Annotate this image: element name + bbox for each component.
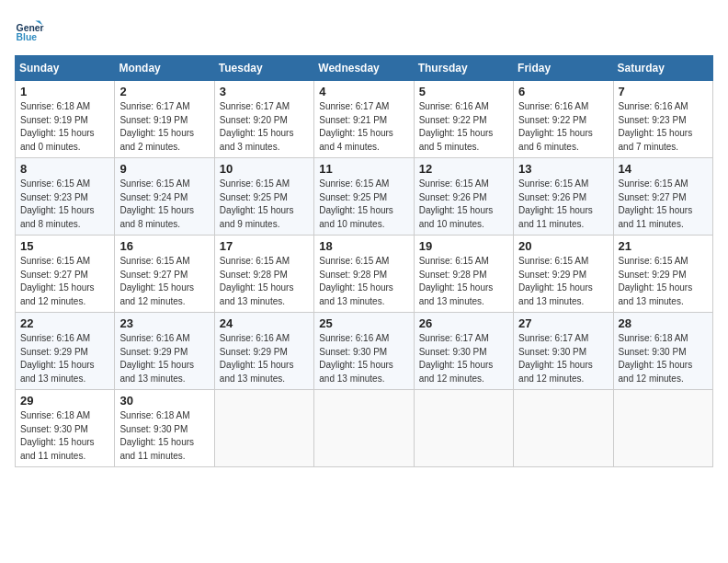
day-info: Sunrise: 6:15 AMSunset: 9:26 PMDaylight:… xyxy=(419,178,508,231)
calendar-cell: 20Sunrise: 6:15 AMSunset: 9:29 PMDayligh… xyxy=(514,236,613,313)
day-number: 30 xyxy=(119,394,209,408)
calendar-cell: 18Sunrise: 6:15 AMSunset: 9:28 PMDayligh… xyxy=(314,236,414,313)
calendar-cell: 12Sunrise: 6:15 AMSunset: 9:26 PMDayligh… xyxy=(414,158,513,236)
calendar-cell xyxy=(514,390,613,467)
logo: General Blue xyxy=(15,15,48,44)
day-number: 12 xyxy=(419,162,508,176)
day-info: Sunrise: 6:15 AMSunset: 9:24 PMDaylight:… xyxy=(119,178,209,231)
day-info: Sunrise: 6:17 AMSunset: 9:21 PMDaylight:… xyxy=(319,100,408,154)
calendar-cell: 3Sunrise: 6:17 AMSunset: 9:20 PMDaylight… xyxy=(214,81,313,158)
day-info: Sunrise: 6:16 AMSunset: 9:22 PMDaylight:… xyxy=(419,100,508,154)
day-info: Sunrise: 6:15 AMSunset: 9:27 PMDaylight:… xyxy=(619,178,708,231)
calendar-cell: 27Sunrise: 6:17 AMSunset: 9:30 PMDayligh… xyxy=(514,313,613,390)
day-info: Sunrise: 6:18 AMSunset: 9:30 PMDaylight:… xyxy=(20,409,109,463)
calendar-cell: 22Sunrise: 6:16 AMSunset: 9:29 PMDayligh… xyxy=(16,313,115,390)
day-number: 25 xyxy=(319,316,408,330)
calendar-cell: 2Sunrise: 6:17 AMSunset: 9:19 PMDaylight… xyxy=(115,81,214,158)
day-number: 16 xyxy=(119,239,209,253)
day-number: 22 xyxy=(20,316,109,330)
calendar-cell: 16Sunrise: 6:15 AMSunset: 9:27 PMDayligh… xyxy=(115,236,214,313)
day-number: 27 xyxy=(518,316,608,330)
calendar-cell: 21Sunrise: 6:15 AMSunset: 9:29 PMDayligh… xyxy=(613,236,712,313)
logo-icon: General Blue xyxy=(15,15,44,44)
day-number: 29 xyxy=(20,394,109,408)
calendar-cell xyxy=(214,390,313,467)
day-number: 24 xyxy=(220,316,309,330)
day-info: Sunrise: 6:17 AMSunset: 9:19 PMDaylight:… xyxy=(119,100,209,154)
day-number: 15 xyxy=(20,239,109,253)
week-row-1: 8Sunrise: 6:15 AMSunset: 9:23 PMDaylight… xyxy=(16,158,713,236)
calendar-cell: 11Sunrise: 6:15 AMSunset: 9:25 PMDayligh… xyxy=(314,158,414,236)
day-info: Sunrise: 6:16 AMSunset: 9:29 PMDaylight:… xyxy=(220,332,309,385)
calendar-cell: 26Sunrise: 6:17 AMSunset: 9:30 PMDayligh… xyxy=(414,313,513,390)
header-day-sunday: Sunday xyxy=(16,56,115,81)
svg-text:General: General xyxy=(17,23,44,33)
calendar-cell: 7Sunrise: 6:16 AMSunset: 9:23 PMDaylight… xyxy=(613,81,712,158)
calendar-cell: 17Sunrise: 6:15 AMSunset: 9:28 PMDayligh… xyxy=(214,236,313,313)
calendar-cell: 5Sunrise: 6:16 AMSunset: 9:22 PMDaylight… xyxy=(414,81,513,158)
header-day-wednesday: Wednesday xyxy=(314,56,414,81)
calendar-cell: 29Sunrise: 6:18 AMSunset: 9:30 PMDayligh… xyxy=(16,390,115,467)
day-info: Sunrise: 6:16 AMSunset: 9:29 PMDaylight:… xyxy=(119,332,209,385)
calendar-cell: 28Sunrise: 6:18 AMSunset: 9:30 PMDayligh… xyxy=(613,313,712,390)
calendar-cell: 25Sunrise: 6:16 AMSunset: 9:30 PMDayligh… xyxy=(314,313,414,390)
header-row: SundayMondayTuesdayWednesdayThursdayFrid… xyxy=(16,56,713,81)
week-row-2: 15Sunrise: 6:15 AMSunset: 9:27 PMDayligh… xyxy=(16,236,713,313)
calendar-cell: 19Sunrise: 6:15 AMSunset: 9:28 PMDayligh… xyxy=(414,236,513,313)
header-day-thursday: Thursday xyxy=(414,56,513,81)
day-info: Sunrise: 6:15 AMSunset: 9:29 PMDaylight:… xyxy=(619,255,708,308)
header-day-saturday: Saturday xyxy=(613,56,712,81)
day-number: 6 xyxy=(518,85,608,98)
day-number: 4 xyxy=(319,85,408,98)
header-day-tuesday: Tuesday xyxy=(214,56,313,81)
day-info: Sunrise: 6:15 AMSunset: 9:27 PMDaylight:… xyxy=(20,255,109,308)
calendar-cell: 4Sunrise: 6:17 AMSunset: 9:21 PMDaylight… xyxy=(314,81,414,158)
calendar-cell: 1Sunrise: 6:18 AMSunset: 9:19 PMDaylight… xyxy=(16,81,115,158)
day-number: 3 xyxy=(220,85,309,98)
calendar-cell xyxy=(314,390,414,467)
day-info: Sunrise: 6:15 AMSunset: 9:28 PMDaylight:… xyxy=(419,255,508,308)
day-info: Sunrise: 6:16 AMSunset: 9:29 PMDaylight:… xyxy=(20,332,109,385)
day-number: 7 xyxy=(619,85,708,98)
calendar-cell xyxy=(613,390,712,467)
week-row-0: 1Sunrise: 6:18 AMSunset: 9:19 PMDaylight… xyxy=(16,81,713,158)
week-row-3: 22Sunrise: 6:16 AMSunset: 9:29 PMDayligh… xyxy=(16,313,713,390)
day-info: Sunrise: 6:15 AMSunset: 9:27 PMDaylight:… xyxy=(119,255,209,308)
day-number: 21 xyxy=(619,239,708,253)
day-info: Sunrise: 6:15 AMSunset: 9:29 PMDaylight:… xyxy=(518,255,608,308)
day-info: Sunrise: 6:17 AMSunset: 9:30 PMDaylight:… xyxy=(518,332,608,385)
day-info: Sunrise: 6:15 AMSunset: 9:25 PMDaylight:… xyxy=(220,178,309,231)
header-day-friday: Friday xyxy=(514,56,613,81)
day-info: Sunrise: 6:15 AMSunset: 9:26 PMDaylight:… xyxy=(518,178,608,231)
day-number: 19 xyxy=(419,239,508,253)
day-info: Sunrise: 6:16 AMSunset: 9:23 PMDaylight:… xyxy=(619,100,708,154)
day-number: 9 xyxy=(119,162,209,176)
day-info: Sunrise: 6:17 AMSunset: 9:30 PMDaylight:… xyxy=(419,332,508,385)
day-info: Sunrise: 6:15 AMSunset: 9:23 PMDaylight:… xyxy=(20,178,109,231)
day-info: Sunrise: 6:16 AMSunset: 9:22 PMDaylight:… xyxy=(518,100,608,154)
calendar-cell: 15Sunrise: 6:15 AMSunset: 9:27 PMDayligh… xyxy=(16,236,115,313)
calendar-cell: 6Sunrise: 6:16 AMSunset: 9:22 PMDaylight… xyxy=(514,81,613,158)
calendar-cell: 9Sunrise: 6:15 AMSunset: 9:24 PMDaylight… xyxy=(115,158,214,236)
day-number: 20 xyxy=(518,239,608,253)
calendar-cell: 30Sunrise: 6:18 AMSunset: 9:30 PMDayligh… xyxy=(115,390,214,467)
day-number: 8 xyxy=(20,162,109,176)
header-day-monday: Monday xyxy=(115,56,214,81)
day-number: 10 xyxy=(220,162,309,176)
day-number: 5 xyxy=(419,85,508,98)
day-info: Sunrise: 6:15 AMSunset: 9:25 PMDaylight:… xyxy=(319,178,408,231)
day-number: 26 xyxy=(419,316,508,330)
svg-text:Blue: Blue xyxy=(17,32,38,42)
calendar-cell: 23Sunrise: 6:16 AMSunset: 9:29 PMDayligh… xyxy=(115,313,214,390)
day-number: 14 xyxy=(619,162,708,176)
day-number: 11 xyxy=(319,162,408,176)
day-info: Sunrise: 6:15 AMSunset: 9:28 PMDaylight:… xyxy=(319,255,408,308)
day-number: 23 xyxy=(119,316,209,330)
header: General Blue xyxy=(15,15,713,44)
day-info: Sunrise: 6:18 AMSunset: 9:30 PMDaylight:… xyxy=(619,332,708,385)
day-number: 13 xyxy=(518,162,608,176)
day-number: 2 xyxy=(119,85,209,98)
calendar-cell: 10Sunrise: 6:15 AMSunset: 9:25 PMDayligh… xyxy=(214,158,313,236)
day-info: Sunrise: 6:17 AMSunset: 9:20 PMDaylight:… xyxy=(220,100,309,154)
calendar-cell: 8Sunrise: 6:15 AMSunset: 9:23 PMDaylight… xyxy=(16,158,115,236)
